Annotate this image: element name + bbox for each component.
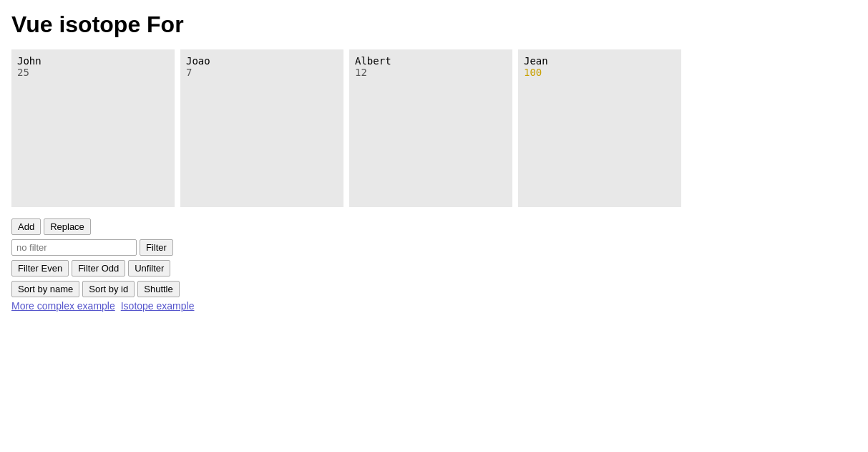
cards-container: John25Joao7Albert12Jean100: [11, 49, 857, 207]
card: Albert12: [349, 49, 512, 207]
controls: Add Replace Filter Filter Even Filter Od…: [11, 218, 857, 297]
card-id: 7: [186, 67, 338, 78]
card-name: Joao: [186, 55, 338, 67]
card-name: Albert: [355, 55, 507, 67]
add-replace-row: Add Replace: [11, 218, 91, 235]
card-name: John: [17, 55, 169, 67]
nav-link[interactable]: More complex example: [11, 300, 115, 312]
card-name: Jean: [524, 55, 676, 67]
card: Jean100: [518, 49, 681, 207]
card-id: 25: [17, 67, 169, 78]
card-id: 100: [524, 67, 676, 78]
filter-input-row: Filter: [11, 239, 173, 256]
card: John25: [11, 49, 175, 207]
filter-odd-button[interactable]: Filter Odd: [72, 260, 125, 277]
card-id: 12: [355, 67, 507, 78]
filter-even-button[interactable]: Filter Even: [11, 260, 69, 277]
page-title: Vue isotope For: [11, 11, 857, 38]
sort-by-id-button[interactable]: Sort by id: [82, 281, 135, 297]
filter-input[interactable]: [11, 239, 137, 256]
nav-link[interactable]: Isotope example: [121, 300, 195, 312]
card: Joao7: [180, 49, 343, 207]
filter-button[interactable]: Filter: [140, 239, 173, 256]
add-button[interactable]: Add: [11, 218, 41, 235]
links-row: More complex exampleIsotope example: [11, 300, 857, 312]
shuttle-button[interactable]: Shuttle: [137, 281, 179, 297]
unfilter-button[interactable]: Unfilter: [128, 260, 170, 277]
sort-by-name-button[interactable]: Sort by name: [11, 281, 79, 297]
sort-buttons-row: Sort by name Sort by id Shuttle: [11, 281, 180, 297]
replace-button[interactable]: Replace: [44, 218, 91, 235]
filter-buttons-row: Filter Even Filter Odd Unfilter: [11, 260, 170, 277]
